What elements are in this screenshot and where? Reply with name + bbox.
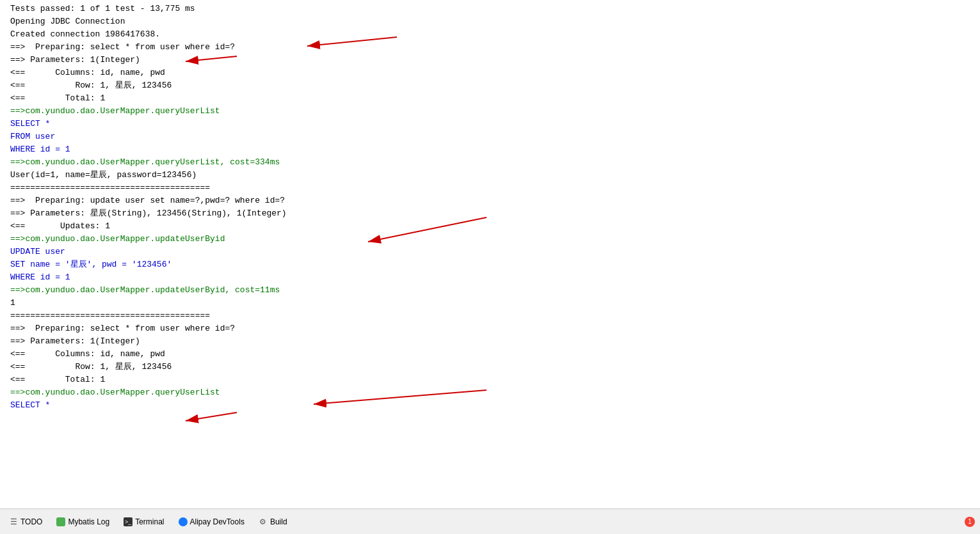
console-line: SET name = '星辰', pwd = '123456': [10, 258, 975, 271]
console-line: Tests passed: 1 of 1 test - 13,775 ms: [10, 3, 975, 15]
toolbar-alipay-label: Alipay DevTools: [190, 517, 245, 526]
terminal-icon: >_: [124, 517, 133, 526]
console-line: ==>com.yunduo.dao.UserMapper.updateUserB…: [10, 284, 975, 297]
toolbar-build-label: Build: [270, 517, 287, 526]
console-line: ==>com.yunduo.dao.UserMapper.queryUserLi…: [10, 386, 975, 399]
console-line: SELECT *: [10, 399, 975, 412]
console-line: <== Row: 1, 星辰, 123456: [10, 361, 975, 373]
console-line: ==>com.yunduo.dao.UserMapper.queryUserLi…: [10, 156, 975, 169]
console-line: ==> Preparing: select * from user where …: [10, 41, 975, 54]
console-line: SELECT *: [10, 118, 975, 130]
build-icon: ⚙: [259, 517, 268, 526]
bottom-toolbar: ☰ TODO Mybatis Log >_ Terminal Alipay De…: [0, 508, 980, 534]
console-line: WHERE id = 1: [10, 271, 975, 284]
console-line: ==> Parameters: 1(Integer): [10, 335, 975, 348]
console-line: <== Total: 1: [10, 373, 975, 386]
console-line: <== Total: 1: [10, 92, 975, 105]
toolbar-terminal[interactable]: >_ Terminal: [117, 515, 170, 529]
toolbar-todo-label: TODO: [20, 517, 42, 526]
console-output: Tests passed: 1 of 1 test - 13,775 msOpe…: [0, 0, 980, 508]
console-line: Created connection 1986417638.: [10, 28, 975, 41]
console-line: User(id=1, name=星辰, password=123456): [10, 169, 975, 182]
console-line: 1: [10, 297, 975, 310]
console-line: ========================================: [10, 310, 975, 322]
console-line: ==> Parameters: 1(Integer): [10, 54, 975, 67]
list-icon: ☰: [9, 517, 18, 526]
toolbar-todo[interactable]: ☰ TODO: [3, 515, 49, 529]
console-line: <== Updates: 1: [10, 220, 975, 233]
console-line: <== Columns: id, name, pwd: [10, 348, 975, 361]
console-line: ==> Preparing: update user set name=?,pw…: [10, 194, 975, 207]
console-line: ==> Parameters: 星辰(String), 123456(Strin…: [10, 207, 975, 220]
console-line: UPDATE user: [10, 246, 975, 258]
console-line: FROM user: [10, 130, 975, 143]
toolbar-mybatis-label: Mybatis Log: [68, 517, 109, 526]
console-line: ========================================: [10, 182, 975, 194]
alipay-icon: [179, 517, 188, 526]
toolbar-mybatis[interactable]: Mybatis Log: [50, 515, 116, 529]
console-line: ==> Preparing: select * from user where …: [10, 322, 975, 335]
notification-badge: 1: [965, 517, 975, 527]
toolbar-alipay[interactable]: Alipay DevTools: [172, 515, 251, 529]
console-line: Opening JDBC Connection: [10, 15, 975, 28]
console-line: <== Columns: id, name, pwd: [10, 67, 975, 79]
mybatis-icon: [56, 517, 65, 526]
console-line: WHERE id = 1: [10, 143, 975, 156]
console-line: <== Row: 1, 星辰, 123456: [10, 79, 975, 92]
console-line: ==>com.yunduo.dao.UserMapper.queryUserLi…: [10, 105, 975, 118]
toolbar-build[interactable]: ⚙ Build: [252, 515, 294, 529]
console-line: ==>com.yunduo.dao.UserMapper.updateUserB…: [10, 233, 975, 246]
toolbar-terminal-label: Terminal: [135, 517, 164, 526]
